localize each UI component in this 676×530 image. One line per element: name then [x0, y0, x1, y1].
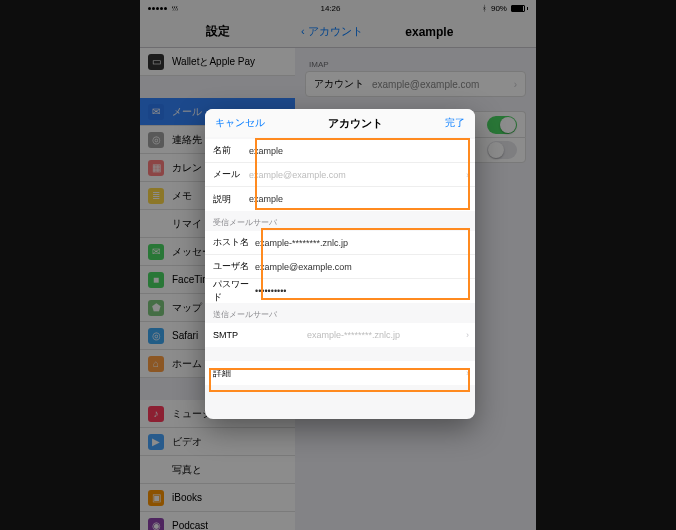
- password-row[interactable]: パスワード ••••••••••: [205, 279, 475, 303]
- advanced-row[interactable]: 詳細 ›: [205, 361, 475, 385]
- section-outgoing: 送信メールサーバ: [205, 303, 475, 323]
- modal-title: アカウント: [328, 116, 383, 131]
- done-button[interactable]: 完了: [445, 116, 465, 130]
- chevron-right-icon: ›: [466, 170, 475, 180]
- name-row[interactable]: 名前 example: [205, 139, 475, 163]
- desc-field[interactable]: example: [249, 194, 475, 204]
- chevron-right-icon: ›: [466, 330, 475, 340]
- cancel-button[interactable]: キャンセル: [215, 116, 265, 130]
- smtp-row[interactable]: SMTP example-********.znlc.jp ›: [205, 323, 475, 347]
- chevron-right-icon: ›: [466, 368, 475, 378]
- user-field[interactable]: example@example.com: [255, 262, 475, 272]
- host-row[interactable]: ホスト名 example-********.znlc.jp: [205, 231, 475, 255]
- mail-field[interactable]: example@example.com: [249, 170, 466, 180]
- name-field[interactable]: example: [249, 146, 475, 156]
- host-field[interactable]: example-********.znlc.jp: [255, 238, 475, 248]
- account-modal: キャンセル アカウント 完了 名前 example メール example@ex…: [205, 109, 475, 419]
- desc-row[interactable]: 説明 example: [205, 187, 475, 211]
- password-field[interactable]: ••••••••••: [255, 286, 475, 296]
- smtp-value: example-********.znlc.jp: [249, 330, 466, 340]
- user-row[interactable]: ユーザ名 example@example.com: [205, 255, 475, 279]
- mail-row[interactable]: メール example@example.com ›: [205, 163, 475, 187]
- section-incoming: 受信メールサーバ: [205, 211, 475, 231]
